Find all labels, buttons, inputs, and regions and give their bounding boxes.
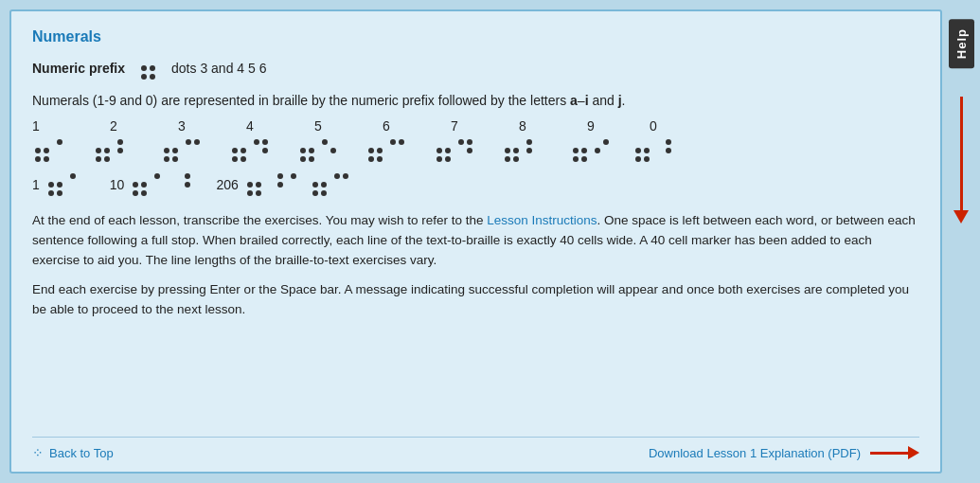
braille-0 (625, 137, 682, 164)
braille-4 (216, 137, 284, 164)
numeral-label-8: 8 (489, 118, 557, 134)
numeral-label-5: 5 (284, 118, 352, 134)
prefix-row: Numeric prefix dots 3 and 4 5 6 (32, 55, 919, 81)
download-pdf-link[interactable]: Download Lesson 1 Explanation (PDF) (649, 446, 861, 460)
help-sidebar: Help (942, 0, 980, 483)
numeral-label-1: 1 (32, 118, 80, 134)
braille-2 (80, 137, 148, 164)
back-to-top-label: Back to Top (49, 446, 114, 460)
numeral-label-2: 2 (80, 118, 148, 134)
intro-text-start: Numerals (1-9 and 0) are represented in … (32, 93, 570, 108)
back-to-top-icon: ⁘ (32, 445, 44, 460)
braille-7 (420, 137, 489, 164)
numeral-label-9: 9 (557, 118, 625, 134)
braille-3 (148, 137, 216, 164)
help-tab[interactable]: Help (949, 19, 974, 68)
braille-8 (489, 137, 557, 164)
footer-right: Download Lesson 1 Explanation (PDF) (649, 446, 919, 460)
braille-5 (284, 137, 352, 164)
intro-and: and (589, 93, 618, 108)
paragraph1: At the end of each lesson, transcribe th… (32, 211, 919, 271)
example-braille-10 (130, 171, 193, 198)
arrow-line (960, 97, 963, 210)
numeral-label-3: 3 (148, 118, 216, 134)
numeral-labels-row: 1 2 3 4 5 6 7 8 9 0 (32, 118, 919, 134)
intro-bold-a: a (570, 93, 578, 108)
scroll-arrow-down (953, 97, 969, 224)
example-label-1: 1 (32, 177, 40, 192)
example-braille-1 (45, 171, 87, 198)
red-arrow-indicator (870, 446, 919, 459)
example-braille-206 (244, 171, 351, 198)
prefix-label: Numeric prefix (32, 61, 125, 76)
numeral-label-6: 6 (352, 118, 420, 134)
paragraph2: End each exercise by pressing Enter or t… (32, 280, 919, 320)
prefix-dots-desc: dots 3 and 4 5 6 (171, 61, 266, 76)
red-arrow-head (908, 446, 919, 459)
example-label-10: 10 (110, 177, 125, 192)
example-label-206: 206 (216, 177, 238, 192)
red-arrow-line (870, 452, 908, 455)
numeral-braille-row (32, 137, 919, 164)
lesson-instructions-link[interactable]: Lesson Instructions (487, 213, 597, 227)
footer-bar: ⁘ Back to Top Download Lesson 1 Explanat… (32, 437, 919, 460)
numeral-label-0: 0 (625, 118, 682, 134)
paragraph1-start: At the end of each lesson, transcribe th… (32, 213, 487, 227)
main-content-panel: Numerals Numeric prefix dots 3 and 4 5 6… (9, 9, 942, 474)
examples-row: 1 10 206 (32, 171, 919, 198)
intro-dash: – (578, 93, 585, 108)
arrow-head (953, 210, 969, 224)
numerals-section: 1 2 3 4 5 6 7 8 9 0 (32, 118, 919, 204)
back-to-top-link[interactable]: ⁘ Back to Top (32, 445, 114, 460)
prefix-braille (138, 55, 158, 81)
section-title: Numerals (32, 28, 919, 45)
numeral-label-7: 7 (420, 118, 489, 134)
braille-6 (352, 137, 420, 164)
intro-text: Numerals (1-9 and 0) are represented in … (32, 91, 919, 111)
braille-cell-prefix (141, 57, 155, 80)
braille-9 (557, 137, 625, 164)
braille-1 (32, 137, 80, 164)
numeral-label-4: 4 (216, 118, 284, 134)
intro-end: . (622, 93, 626, 108)
